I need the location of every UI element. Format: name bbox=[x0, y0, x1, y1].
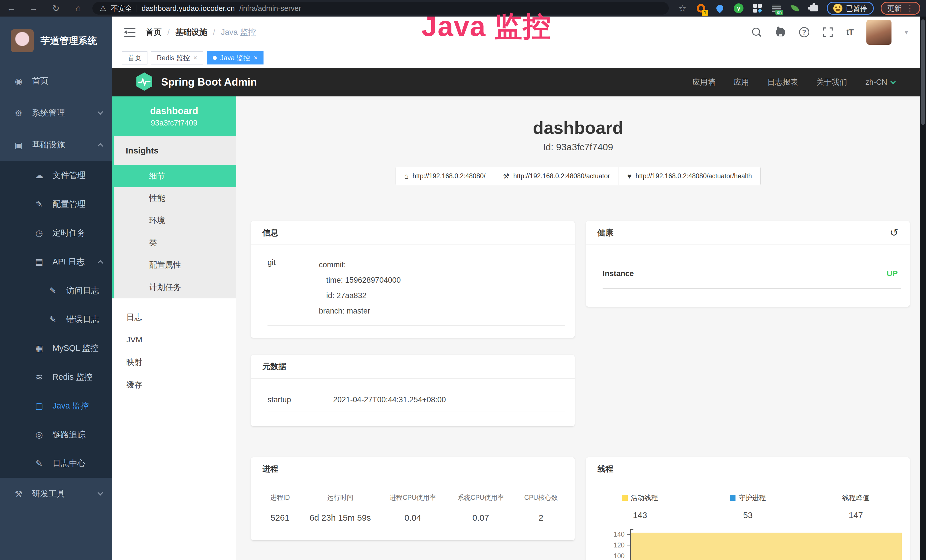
admin-header: 首页 / 基础设施 / Java 监控 ? tT ▾ bbox=[112, 17, 920, 48]
log-list-icon: ▤ bbox=[34, 257, 44, 267]
y-tick-mark bbox=[627, 556, 630, 556]
sba-language-select[interactable]: zh-CN bbox=[865, 78, 895, 87]
sidebar-item-system-management[interactable]: ⚙ 系统管理 bbox=[0, 97, 112, 129]
startup-row: startup 2021-04-27T00:44:31.254+08:00 bbox=[268, 395, 565, 404]
breadcrumb-home[interactable]: 首页 bbox=[146, 27, 162, 38]
extensions-puzzle-icon[interactable] bbox=[808, 2, 820, 14]
sidebar-item-redis-monitor[interactable]: ≋ Redis 监控 bbox=[0, 363, 112, 391]
extension-orange-ring-icon[interactable]: 1 bbox=[695, 2, 707, 14]
threads-card-title: 线程 bbox=[586, 457, 910, 481]
sba-item-metrics[interactable]: 性能 bbox=[114, 187, 236, 209]
forward-icon[interactable]: → bbox=[28, 3, 39, 14]
breadcrumb-infrastructure[interactable]: 基础设施 bbox=[176, 27, 207, 38]
peak-threads-value: 147 bbox=[802, 510, 910, 520]
thread-stats: 活动线程 143 守护进程 bbox=[586, 493, 910, 520]
browser-toolbar: ← → ↻ ⌂ ⚠ 不安全 dashboard.yudao.iocoder.cn… bbox=[0, 0, 926, 17]
fullscreen-icon[interactable] bbox=[823, 27, 833, 38]
y-tick-mark bbox=[627, 545, 630, 545]
sidebar-item-error-logs[interactable]: ✎ 错误日志 bbox=[0, 305, 112, 334]
edit-icon: ✎ bbox=[47, 286, 58, 295]
sidebar-item-log-center[interactable]: ✎ 日志中心 bbox=[0, 449, 112, 478]
avatar-caret-icon[interactable]: ▾ bbox=[905, 28, 908, 36]
breadcrumb-current: Java 监控 bbox=[221, 27, 256, 38]
process-table-header: 进程ID 运行时间 进程CPU使用率 系统CPU使用率 CPU核心数 bbox=[259, 493, 567, 502]
extension-y-icon[interactable]: y bbox=[732, 2, 744, 14]
endpoint-home-button[interactable]: ⌂ http://192.168.0.2:48080/ bbox=[396, 167, 495, 185]
url-path: /infra/admin-server bbox=[239, 4, 301, 13]
close-icon[interactable]: × bbox=[194, 54, 197, 62]
sba-item-scheduled-tasks[interactable]: 计划任务 bbox=[114, 276, 236, 298]
threads-card: 线程 活动线程 143 bbox=[586, 457, 910, 560]
page-scrollbar[interactable] bbox=[920, 17, 926, 560]
endpoint-buttons: ⌂ http://192.168.0.2:48080/ ⚒ http://192… bbox=[236, 167, 920, 185]
url-host: dashboard.yudao.iocoder.cn bbox=[141, 4, 235, 13]
daemon-threads-value: 53 bbox=[694, 510, 802, 520]
sba-nav-wallboard[interactable]: 应用墙 bbox=[692, 77, 715, 87]
paused-pill[interactable]: 已暂停 bbox=[827, 2, 874, 15]
sidebar-item-home[interactable]: ◉ 首页 bbox=[0, 65, 112, 97]
process-cpu-value: 0.04 bbox=[379, 513, 446, 523]
peak-threads-stat: 线程峰值 147 bbox=[802, 493, 910, 520]
extension-pin-icon[interactable] bbox=[714, 2, 726, 14]
sba-item-jvm[interactable]: JVM bbox=[112, 328, 236, 351]
address-bar[interactable]: ⚠ 不安全 dashboard.yudao.iocoder.cn /infra/… bbox=[92, 2, 669, 15]
endpoint-health-button[interactable]: ♥ http://192.168.0.2:48080/actuator/heal… bbox=[619, 167, 761, 185]
update-button[interactable]: 更新 ⋮ bbox=[881, 2, 920, 15]
sidebar-fold-icon[interactable] bbox=[124, 27, 135, 37]
user-avatar[interactable] bbox=[866, 20, 891, 45]
sba-nav-applications[interactable]: 应用 bbox=[734, 77, 749, 87]
sba-nav-about[interactable]: 关于我们 bbox=[816, 77, 847, 87]
close-icon[interactable]: × bbox=[254, 54, 257, 62]
sba-brand[interactable]: Spring Boot Admin bbox=[161, 76, 257, 88]
github-icon[interactable] bbox=[775, 27, 786, 38]
tab-home[interactable]: 首页 bbox=[122, 51, 147, 65]
sba-item-logs[interactable]: 日志 bbox=[112, 306, 236, 328]
gauge-icon: ◉ bbox=[13, 76, 24, 86]
instance-label: Instance bbox=[602, 269, 634, 278]
bookmark-star-icon[interactable]: ☆ bbox=[677, 3, 688, 14]
help-icon[interactable]: ? bbox=[799, 27, 809, 37]
sba-item-mappings[interactable]: 映射 bbox=[112, 351, 236, 374]
sidebar-item-mysql-monitor[interactable]: ▦ MySQL 监控 bbox=[0, 334, 112, 363]
paused-label: 已暂停 bbox=[846, 4, 867, 13]
sba-item-environment[interactable]: 环境 bbox=[114, 209, 236, 232]
main-column: 首页 / 基础设施 / Java 监控 ? tT ▾ bbox=[112, 17, 920, 560]
workspace: 芋道管理系统 ◉ 首页 ⚙ 系统管理 ▣ 基础设施 ☁ 文件管理 bbox=[0, 17, 926, 560]
header-actions: ? tT ▾ bbox=[751, 20, 908, 45]
git-value: commit: time: 1596289704000 id: 27aa832 … bbox=[319, 257, 565, 319]
sidebar-item-dev-tools[interactable]: ⚒ 研发工具 bbox=[0, 478, 112, 510]
scrollbar-thumb[interactable] bbox=[921, 20, 925, 125]
sba-nav-journal[interactable]: 日志报表 bbox=[767, 77, 798, 87]
sidebar-item-scheduled-jobs[interactable]: ◷ 定时任务 bbox=[0, 218, 112, 247]
threads-area-chart: 140 120 100 bbox=[630, 527, 902, 560]
sidebar-item-config-management[interactable]: ✎ 配置管理 bbox=[0, 190, 112, 218]
browser-extensions-area: ☆ 1 y on 已暂停 更新 ⋮ bbox=[677, 2, 920, 15]
sba-item-config-props[interactable]: 配置属性 bbox=[114, 254, 236, 276]
sidebar-item-api-logs[interactable]: ▤ API 日志 bbox=[0, 247, 112, 276]
history-icon[interactable]: ↺ bbox=[890, 227, 898, 239]
search-icon[interactable] bbox=[751, 27, 762, 38]
sba-item-details[interactable]: 细节 bbox=[114, 165, 236, 187]
tab-java-monitor[interactable]: Java 监控 × bbox=[207, 51, 263, 65]
row-divider bbox=[268, 325, 565, 326]
wrench-icon: ⚒ bbox=[503, 172, 509, 180]
home-icon[interactable]: ⌂ bbox=[73, 3, 84, 14]
text-size-icon[interactable]: tT bbox=[846, 27, 853, 37]
endpoint-actuator-button[interactable]: ⚒ http://192.168.0.2:48080/actuator bbox=[494, 167, 619, 185]
sba-item-caches[interactable]: 缓存 bbox=[112, 374, 236, 396]
sidebar-item-file-management[interactable]: ☁ 文件管理 bbox=[0, 161, 112, 190]
tab-redis-monitor[interactable]: Redis 监控 × bbox=[151, 51, 203, 65]
sidebar-item-java-monitor[interactable]: ▢ Java 监控 bbox=[0, 391, 112, 420]
sba-instance-header[interactable]: dashboard 93a3fc7f7409 bbox=[112, 97, 236, 136]
sidebar-item-access-logs[interactable]: ✎ 访问日志 bbox=[0, 276, 112, 305]
sidebar-item-tracing[interactable]: ◎ 链路追踪 bbox=[0, 420, 112, 449]
page-instance-id: Id: 93a3fc7f7409 bbox=[236, 142, 920, 153]
sidebar-item-infrastructure[interactable]: ▣ 基础设施 bbox=[0, 129, 112, 161]
reload-icon[interactable]: ↻ bbox=[50, 3, 62, 14]
sba-item-classes[interactable]: 类 bbox=[114, 232, 236, 254]
extension-switch-on-icon[interactable]: on bbox=[770, 2, 782, 14]
back-icon[interactable]: ← bbox=[6, 3, 17, 14]
extension-grid-icon[interactable] bbox=[752, 2, 763, 14]
extension-leaf-icon[interactable] bbox=[789, 2, 801, 14]
edit-icon: ✎ bbox=[47, 314, 58, 324]
